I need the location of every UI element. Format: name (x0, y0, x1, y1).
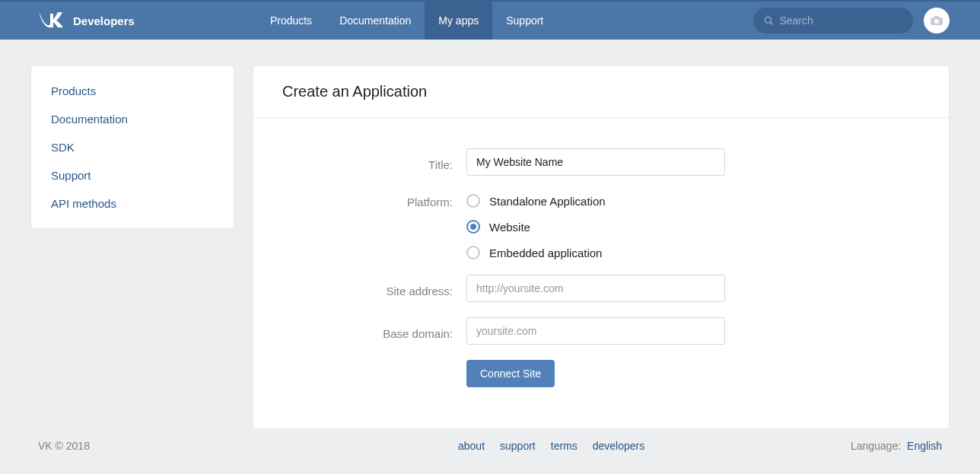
create-app-form: Title: Platform: Standalone Application (253, 118, 949, 387)
logo-area[interactable]: Developers (38, 8, 135, 33)
base-domain-input[interactable] (466, 317, 725, 345)
title-label: Title: (253, 154, 466, 171)
site-address-input[interactable] (466, 275, 725, 302)
camera-button[interactable] (924, 8, 950, 33)
radio-label: Website (489, 221, 530, 234)
footer-links: about support terms developers (253, 440, 851, 452)
nav-products-label: Products (270, 14, 312, 27)
connect-site-button[interactable]: Connect Site (466, 360, 555, 387)
nav-products[interactable]: Products (256, 2, 326, 40)
vk-logo-icon (38, 8, 65, 33)
sidebar: Products Documentation SDK Support API m… (30, 65, 234, 229)
sidebar-item-label: Support (51, 169, 91, 182)
footer-link-terms[interactable]: terms (551, 440, 578, 452)
nav-support[interactable]: Support (492, 2, 557, 40)
sidebar-item-support[interactable]: Support (31, 161, 234, 189)
sidebar-item-label: Products (51, 84, 96, 97)
radio-label: Standalone Application (489, 195, 606, 208)
footer-copyright: VK © 2018 (30, 440, 253, 452)
nav-my-apps[interactable]: My apps (425, 2, 492, 40)
search-input[interactable] (779, 14, 902, 27)
camera-icon (930, 15, 943, 26)
platform-option-website[interactable]: Website (466, 220, 725, 234)
sidebar-item-label: API methods (51, 197, 116, 210)
site-address-label: Site address: (253, 280, 466, 297)
svg-line-1 (771, 22, 773, 24)
footer-link-support[interactable]: support (500, 440, 536, 452)
topbar: Developers Products Documentation My app… (0, 0, 980, 40)
base-domain-label: Base domain: (253, 323, 466, 340)
footer-link-developers[interactable]: developers (593, 440, 645, 452)
sidebar-item-label: SDK (51, 141, 75, 154)
main-panel: Create an Application Title: Platform: S… (253, 65, 950, 429)
radio-icon (466, 220, 480, 234)
sidebar-item-products[interactable]: Products (31, 77, 234, 105)
nav-documentation[interactable]: Documentation (326, 2, 425, 40)
platform-option-embedded[interactable]: Embedded application (466, 246, 725, 259)
title-input[interactable] (466, 148, 725, 176)
svg-point-0 (765, 17, 772, 23)
button-label: Connect Site (480, 367, 541, 380)
radio-icon (466, 246, 480, 259)
platform-label: Platform: (253, 191, 466, 208)
nav-support-label: Support (506, 14, 543, 27)
page-title: Create an Application (282, 83, 920, 100)
platform-option-standalone[interactable]: Standalone Application (466, 194, 725, 208)
language-selector[interactable]: English (907, 440, 942, 452)
top-nav: Products Documentation My apps Support (256, 2, 557, 40)
search-icon (764, 15, 773, 26)
sidebar-item-label: Documentation (51, 113, 128, 126)
nav-documentation-label: Documentation (339, 14, 411, 27)
brand-text: Developers (73, 14, 135, 27)
sidebar-item-documentation[interactable]: Documentation (31, 105, 234, 133)
main-header: Create an Application (253, 66, 949, 118)
platform-radio-group: Standalone Application Website Embedded … (466, 191, 725, 259)
svg-point-4 (934, 19, 939, 24)
language-label: Language: (851, 440, 901, 452)
radio-label: Embedded application (489, 247, 602, 259)
footer: VK © 2018 about support terms developers… (30, 429, 950, 452)
sidebar-item-api-methods[interactable]: API methods (31, 189, 234, 218)
nav-my-apps-label: My apps (438, 14, 479, 27)
sidebar-item-sdk[interactable]: SDK (31, 133, 234, 161)
footer-link-about[interactable]: about (458, 440, 485, 452)
search-box[interactable] (753, 8, 913, 33)
radio-icon (466, 194, 480, 208)
svg-rect-3 (934, 16, 939, 18)
